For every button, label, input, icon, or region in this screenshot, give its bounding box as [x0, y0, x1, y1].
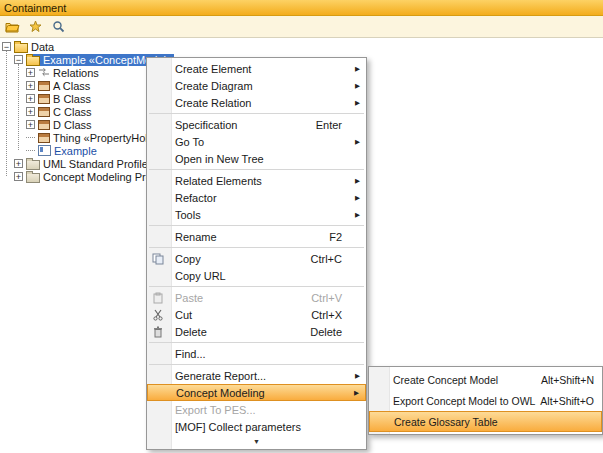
menu-shortcut: Ctrl+V: [311, 292, 342, 304]
menu-item-label: Create Diagram: [175, 80, 253, 92]
menu-item-label: Specification: [175, 119, 237, 131]
menu-item-label: [MOF] Collect parameters: [175, 421, 301, 433]
package-icon: [14, 43, 28, 53]
menu-item-label: Refactor: [175, 192, 217, 204]
menu-item-go-to[interactable]: Go To▶: [147, 133, 366, 150]
menu-item-export-to-pes[interactable]: Export To PES...: [147, 401, 366, 418]
menu-item-cut[interactable]: CutCtrl+X: [147, 306, 366, 323]
cut-icon: [152, 309, 164, 321]
containment-toolbar: [0, 16, 603, 38]
menu-item-label: Tools: [175, 209, 201, 221]
tree-item-data[interactable]: −Data: [0, 40, 603, 53]
tree-expander-plus[interactable]: +: [26, 120, 35, 129]
menu-item-create-diagram[interactable]: Create Diagram▶: [147, 77, 366, 94]
menu-item-find[interactable]: Find...: [147, 345, 366, 362]
menu-item-related-elements[interactable]: Related Elements▶: [147, 172, 366, 189]
menu-item-rename[interactable]: RenameF2: [147, 228, 366, 245]
menu-item-label: Export To PES...: [175, 404, 256, 416]
submenu-item-create-concept-model[interactable]: Create Concept ModelAlt+Shift+N: [369, 369, 602, 390]
profile-icon: [26, 173, 40, 183]
tree-item-label: Relations: [53, 67, 99, 79]
search-icon[interactable]: [49, 18, 67, 35]
menu-item-label: Copy URL: [175, 270, 226, 282]
delete-icon: [152, 326, 164, 338]
tree-item-content: B Class: [38, 93, 93, 105]
tree-item-content: C Class: [38, 106, 94, 118]
menu-item-refactor[interactable]: Refactor▶: [147, 189, 366, 206]
menu-item-create-element[interactable]: Create Element▶: [147, 60, 366, 77]
tree-item-label: B Class: [53, 93, 91, 105]
menu-item-copy-url[interactable]: Copy URL: [147, 267, 366, 284]
tree-item-content: Thing «PropertyHolde: [38, 132, 162, 144]
menu-item-mof-collect-parameters[interactable]: [MOF] Collect parameters: [147, 418, 366, 435]
tree-expander-minus[interactable]: −: [14, 55, 23, 64]
menu-item-copy[interactable]: CopyCtrl+C: [147, 250, 366, 267]
submenu-arrow-icon: ▶: [355, 81, 360, 89]
menu-item-label: Copy: [175, 253, 201, 265]
menu-item-label: Go To: [175, 136, 204, 148]
tree-expander-plus[interactable]: +: [26, 94, 35, 103]
menu-item-open-in-new-tree[interactable]: Open in New Tree: [147, 150, 366, 167]
tree-expander-plus[interactable]: +: [14, 172, 23, 181]
class-icon: [38, 120, 50, 130]
submenu-arrow-icon: ▶: [355, 371, 360, 379]
menu-item-label: Open in New Tree: [175, 153, 264, 165]
class-icon: [38, 94, 50, 104]
tree-item-label: C Class: [53, 106, 92, 118]
tree-item-content: Data: [14, 41, 56, 53]
menu-shortcut: Enter: [316, 119, 342, 131]
menu-shortcut: F2: [329, 231, 342, 243]
tree-expander-plus[interactable]: +: [14, 159, 23, 168]
menu-item-paste[interactable]: PasteCtrl+V: [147, 289, 366, 306]
menu-item-create-relation[interactable]: Create Relation▶: [147, 94, 366, 111]
tree-expander-plus[interactable]: +: [26, 107, 35, 116]
tree-item-label: Example: [54, 145, 97, 157]
menu-item-specification[interactable]: SpecificationEnter: [147, 116, 366, 133]
menu-shortcut: Ctrl+X: [311, 309, 342, 321]
favorites-star-icon[interactable]: [26, 18, 44, 35]
tree-expander-plus[interactable]: +: [26, 81, 35, 90]
open-folder-icon[interactable]: [3, 18, 21, 35]
submenu-arrow-icon: ▶: [355, 210, 360, 218]
tree-item-content: A Class: [38, 80, 92, 92]
class-icon: [38, 107, 50, 117]
menu-item-label: Find...: [175, 348, 206, 360]
tree-item-content: D Class: [38, 119, 94, 131]
submenu-item-export-concept-model-to-owl[interactable]: Export Concept Model to OWLAlt+Shift+O: [369, 390, 602, 411]
paste-icon: [152, 292, 164, 304]
context-menu: Create Element▶Create Diagram▶Create Rel…: [146, 57, 367, 450]
submenu-arrow-icon: ▶: [355, 64, 360, 72]
menu-item-label: Generate Report...: [175, 370, 266, 382]
panel-titlebar[interactable]: Containment: [0, 0, 603, 16]
class-icon: [38, 81, 50, 91]
submenu-arrow-icon: ▶: [355, 98, 360, 106]
submenu-item-create-glossary-table[interactable]: Create Glossary Table: [369, 411, 602, 432]
tree-expander-minus[interactable]: −: [2, 42, 11, 51]
submenu-arrow-icon: ▶: [354, 388, 359, 396]
tree-item-label: A Class: [53, 80, 90, 92]
menu-item-concept-modeling[interactable]: Concept Modeling▶: [147, 384, 366, 401]
menu-item-generate-report[interactable]: Generate Report...▶: [147, 367, 366, 384]
tree-item-label: Thing «PropertyHolde: [53, 132, 160, 144]
diagram-icon: [38, 145, 51, 156]
concept-modeling-submenu: Create Concept ModelAlt+Shift+NExport Co…: [368, 366, 603, 435]
menu-item-label: Create Concept Model: [393, 374, 498, 386]
tree-item-label: Data: [31, 41, 54, 53]
menu-item-delete[interactable]: DeleteDelete: [147, 323, 366, 340]
menu-shortcut: Ctrl+C: [311, 253, 342, 265]
tree-item-content: Example: [38, 145, 99, 157]
menu-item-label: Export Concept Model to OWL: [393, 395, 535, 407]
menu-item-label: Create Glossary Table: [394, 416, 498, 428]
menu-item-label: Create Relation: [175, 97, 251, 109]
submenu-arrow-icon: ▶: [355, 137, 360, 145]
menu-item-tools[interactable]: Tools▶: [147, 206, 366, 223]
tree-connector: [26, 137, 35, 139]
tree-item-content: Relations: [38, 67, 101, 79]
tree-expander-plus[interactable]: +: [26, 68, 35, 77]
menu-item-label: Cut: [175, 309, 192, 321]
tree-connector: [26, 150, 35, 152]
class-icon: [38, 133, 50, 143]
submenu-arrow-icon: ▶: [355, 176, 360, 184]
menu-shortcut: Delete: [310, 326, 342, 338]
menu-scroll-down-icon[interactable]: ▼: [147, 435, 366, 447]
